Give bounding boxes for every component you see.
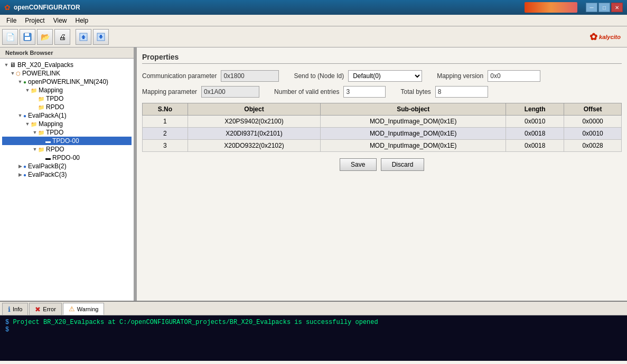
table-row[interactable]: 1X20PS9402(0x2100)MOD_InputImage_DOM(0x1… — [143, 116, 622, 128]
tree-label: TPDO-00 — [52, 137, 79, 145]
props-row-comm: Communication parameter Send to (Node Id… — [142, 70, 622, 82]
cell-sno: 1 — [143, 116, 188, 128]
toolbar: 📄 📂 🖨 ✿ kalycito — [0, 26, 627, 47]
mapping-param-input — [201, 86, 259, 98]
tree-item-powerlink[interactable]: ▼ ⬡ POWERLINK — [2, 69, 132, 78]
tree-item-rpdo2[interactable]: ▼ 📁 RPDO — [2, 145, 132, 154]
minimize-button[interactable]: ─ — [586, 3, 597, 12]
send-to-label: Send to (Node Id) — [294, 72, 344, 80]
tree-label: BR_X20_Evalpacks — [17, 61, 73, 69]
tree-item-evalpackc[interactable]: ▶ ● EvalPackC(3) — [2, 170, 132, 179]
expand-icon: ▼ — [32, 130, 38, 135]
new-button[interactable]: 📄 — [2, 29, 18, 45]
button-row: Save Discard — [142, 158, 622, 171]
menu-file[interactable]: File — [2, 16, 21, 25]
tree-item-br-x20[interactable]: ▼ 🖥 BR_X20_Evalpacks — [2, 61, 132, 69]
mn-icon: ● — [23, 79, 26, 85]
bottom-panel: ℹ Info ✖ Error ⚠ Warning $ Project BR_X2… — [0, 301, 627, 364]
tree-label: EvalPackC(3) — [28, 171, 67, 178]
tab-warning[interactable]: ⚠ Warning — [63, 303, 105, 315]
cell-offset: 0x0010 — [564, 128, 622, 140]
cell-offset: 0x0000 — [564, 116, 622, 128]
col-length: Length — [506, 103, 564, 116]
properties-title: Properties — [142, 53, 622, 64]
save-button[interactable] — [20, 29, 35, 45]
tab-error[interactable]: ✖ Error — [29, 303, 61, 315]
print-button[interactable]: 🖨 — [54, 29, 70, 45]
import-button[interactable] — [76, 29, 91, 45]
comm-param-label: Communication parameter — [142, 72, 217, 80]
tree-icon-computer: 🖥 — [10, 61, 16, 69]
export-button[interactable] — [93, 29, 109, 45]
console-area: $ Project BR_X20_Evalpacks at C:/openCON… — [0, 315, 627, 361]
warning-icon: ⚠ — [69, 305, 75, 313]
menubar: File Project View Help — [0, 15, 627, 26]
expand-icon: ▶ — [17, 164, 23, 169]
close-button[interactable]: ✕ — [611, 3, 623, 12]
table-row[interactable]: 2X20DI9371(0x2101)MOD_InputImage_DOM(0x1… — [143, 128, 622, 140]
table-row[interactable]: 3X20DO9322(0x2102)MOD_InputImage_DOM(0x1… — [143, 140, 622, 152]
expand-icon: ▼ — [24, 88, 31, 93]
cn-icon: ● — [23, 164, 26, 169]
tab-info-label: Info — [13, 306, 22, 312]
cell-subobject: MOD_InputImage_DOM(0x1E) — [321, 116, 506, 128]
tab-warning-label: Warning — [77, 306, 99, 312]
comm-param-input[interactable] — [221, 70, 279, 82]
total-bytes-input[interactable] — [435, 86, 488, 98]
folder-icon: 📁 — [38, 96, 44, 102]
open-button[interactable]: 📂 — [37, 29, 53, 45]
menu-help[interactable]: Help — [71, 16, 93, 25]
powerlink-icon: ⬡ — [16, 71, 21, 76]
send-to-select[interactable]: Default(0) Node 1 Node 2 — [348, 70, 422, 82]
logo-gradient — [525, 2, 577, 13]
tree-item-rpdo00[interactable]: ▶ ▬ RPDO-00 — [2, 154, 132, 162]
expand-icon: ▼ — [17, 79, 23, 84]
error-icon: ✖ — [35, 305, 41, 313]
cell-subobject: MOD_InputImage_DOM(0x1E) — [321, 140, 506, 152]
maximize-button[interactable]: □ — [598, 3, 610, 12]
cell-length: 0x0010 — [506, 116, 564, 128]
tree-label: EvalPackB(2) — [28, 162, 67, 170]
cell-length: 0x0018 — [506, 140, 564, 152]
mapping-version-input[interactable] — [488, 70, 540, 82]
tree-label: Mapping — [39, 120, 63, 128]
cell-offset: 0x0028 — [564, 140, 622, 152]
discard-button[interactable]: Discard — [381, 158, 425, 171]
tree-item-tpdo00[interactable]: ▶ ▬ TPDO-00 — [2, 137, 132, 145]
folder-icon: 📁 — [31, 88, 37, 93]
tree-item-tpdo2[interactable]: ▼ 📁 TPDO — [2, 128, 132, 137]
expand-icon: ▼ — [24, 121, 31, 127]
menu-view[interactable]: View — [49, 16, 71, 25]
tree-item-evalpacka[interactable]: ▼ ● EvalPackA(1) — [2, 111, 132, 120]
tree-label: RPDO — [46, 146, 64, 153]
tree-label: EvalPackA(1) — [28, 112, 67, 119]
expand-icon: ▶ — [32, 104, 38, 110]
mapping-version-label: Mapping version — [437, 72, 483, 80]
main-layout: Network Browser ▼ 🖥 BR_X20_Evalpacks ▼ ⬡… — [0, 47, 627, 364]
tab-info[interactable]: ℹ Info — [2, 303, 28, 315]
tree-item-rpdo1[interactable]: ▶ 📁 RPDO — [2, 103, 132, 111]
expand-icon: ▼ — [10, 71, 16, 76]
window-controls: ─ □ ✕ — [586, 3, 623, 12]
kalycito-logo: ✿ kalycito — [589, 31, 621, 43]
cell-sno: 3 — [143, 140, 188, 152]
tab-error-label: Error — [43, 306, 55, 312]
tree-area[interactable]: ▼ 🖥 BR_X20_Evalpacks ▼ ⬡ POWERLINK ▼ ● o… — [0, 59, 134, 301]
total-bytes-label: Total bytes — [400, 88, 431, 95]
tree-item-evalpackb[interactable]: ▶ ● EvalPackB(2) — [2, 162, 132, 170]
tree-item-mapping2[interactable]: ▼ 📁 Mapping — [2, 120, 132, 128]
tree-label: openPOWERLINK_MN(240) — [28, 78, 108, 85]
save-button[interactable]: Save — [340, 158, 377, 171]
menu-project[interactable]: Project — [21, 16, 49, 25]
expand-icon: ▶ — [32, 96, 38, 101]
data-table: S.No Object Sub-object Length Offset 1X2… — [142, 103, 622, 152]
valid-entries-input[interactable] — [343, 86, 386, 98]
item-icon: ▬ — [45, 155, 51, 161]
cell-object: X20DO9322(0x2102) — [188, 140, 321, 152]
network-browser-tab: Network Browser — [0, 47, 134, 59]
tree-item-tpdo1[interactable]: ▶ 📁 TPDO — [2, 94, 132, 103]
col-offset: Offset — [564, 103, 622, 116]
tree-item-mn[interactable]: ▼ ● openPOWERLINK_MN(240) — [2, 78, 132, 86]
tree-item-mapping1[interactable]: ▼ 📁 Mapping — [2, 86, 132, 94]
mapping-param-label: Mapping parameter — [142, 88, 197, 95]
